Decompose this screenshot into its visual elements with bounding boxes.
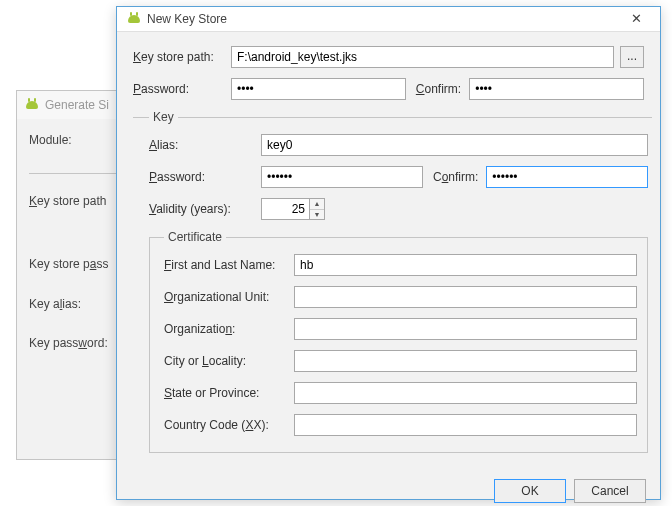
- keystore-path-input[interactable]: [231, 46, 614, 68]
- key-password-label: Password:: [149, 170, 261, 184]
- password-label: Password:: [133, 82, 231, 96]
- certificate-legend: Certificate: [164, 230, 226, 244]
- validity-input[interactable]: [261, 198, 309, 220]
- org-unit-input[interactable]: [294, 286, 637, 308]
- dialog-title: New Key Store: [147, 12, 622, 26]
- certificate-fieldset: Certificate First and Last Name: Organiz…: [149, 230, 648, 453]
- validity-label: Validity (years):: [149, 202, 261, 216]
- fg-titlebar: New Key Store ✕: [117, 7, 660, 32]
- password-input[interactable]: [231, 78, 406, 100]
- alias-input[interactable]: [261, 134, 648, 156]
- bg-title: Generate Si: [45, 98, 109, 112]
- spinner-up-icon[interactable]: ▲: [310, 199, 324, 210]
- new-key-store-dialog: New Key Store ✕ Key store path: ... Pass…: [116, 6, 661, 500]
- organization-label: Organization:: [164, 322, 294, 336]
- keystore-path-label: Key store path:: [133, 50, 231, 64]
- ok-button[interactable]: OK: [494, 479, 566, 503]
- first-last-name-input[interactable]: [294, 254, 637, 276]
- key-confirm-label: Confirm:: [433, 170, 478, 184]
- android-icon: [127, 12, 141, 26]
- organization-input[interactable]: [294, 318, 637, 340]
- cancel-button[interactable]: Cancel: [574, 479, 646, 503]
- browse-button[interactable]: ...: [620, 46, 644, 68]
- android-icon: [25, 98, 39, 112]
- country-code-input[interactable]: [294, 414, 637, 436]
- key-confirm-input[interactable]: [486, 166, 648, 188]
- org-unit-label: Organizational Unit:: [164, 290, 294, 304]
- first-last-name-label: First and Last Name:: [164, 258, 294, 272]
- city-label: City or Locality:: [164, 354, 294, 368]
- spinner-down-icon[interactable]: ▼: [310, 210, 324, 220]
- close-icon[interactable]: ✕: [622, 7, 650, 31]
- key-legend: Key: [149, 110, 178, 124]
- validity-spinner[interactable]: ▲ ▼: [261, 198, 325, 220]
- key-password-input[interactable]: [261, 166, 423, 188]
- state-input[interactable]: [294, 382, 637, 404]
- confirm-label: Confirm:: [416, 82, 461, 96]
- confirm-input[interactable]: [469, 78, 644, 100]
- key-fieldset: Key Alias: Password: Confirm: Valid: [133, 110, 652, 459]
- country-code-label: Country Code (XX):: [164, 418, 294, 432]
- city-input[interactable]: [294, 350, 637, 372]
- dialog-footer: OK Cancel: [117, 469, 660, 506]
- alias-label: Alias:: [149, 138, 261, 152]
- state-label: State or Province:: [164, 386, 294, 400]
